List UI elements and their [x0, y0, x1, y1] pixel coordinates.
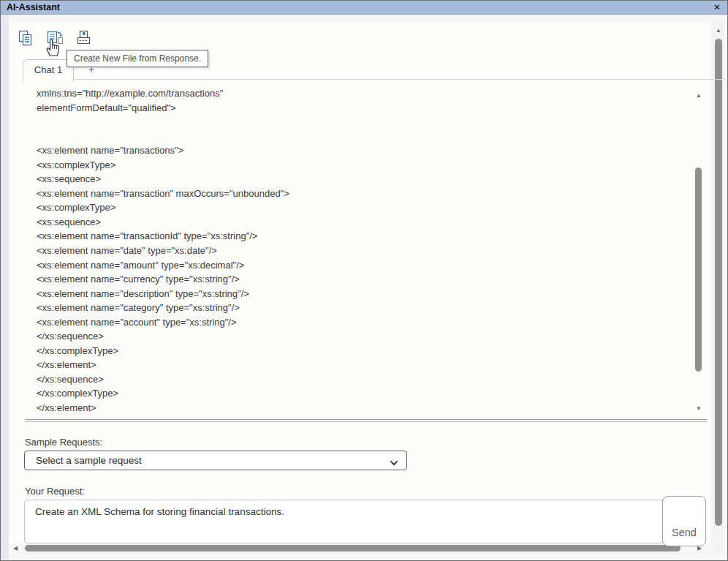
create-new-file-icon[interactable] [46, 29, 65, 48]
code-line: </xs:element> [37, 401, 691, 415]
request-input[interactable]: Create an XML Schema for storing financi… [24, 500, 663, 543]
code-line: <xs:element name="transactions"> [37, 143, 691, 158]
scroll-left-icon[interactable]: ◀ [11, 545, 20, 552]
window-scroll-up-icon[interactable]: ▲ [714, 27, 723, 34]
tooltip: Create New File from Response. [67, 50, 208, 67]
response-scrollbar-thumb[interactable] [695, 167, 702, 372]
code-line [37, 129, 691, 144]
section-divider [25, 419, 707, 422]
code-line: </xs:element> [37, 358, 691, 372]
code-line: elementFormDefault="qualified"> [37, 101, 691, 116]
titlebar[interactable]: AI-Assistant ✕ [1, 1, 727, 15]
chevron-down-icon [389, 456, 399, 474]
send-button[interactable]: Send [662, 496, 706, 546]
code-line: <xs:complexType> [37, 158, 691, 173]
code-line: <xs:sequence> [37, 215, 691, 230]
code-line: <xs:complexType> [37, 200, 691, 215]
left-margin-strip [1, 15, 9, 561]
tab-chat-1-label: Chat 1 [34, 64, 62, 75]
tabstrip-divider [23, 79, 724, 80]
window-scrollbar-thumb[interactable] [715, 39, 722, 526]
sample-request-select[interactable]: Select a sample request [24, 451, 407, 470]
code-line: </xs:sequence> [37, 329, 691, 344]
code-line: <xs:element name="date" type="xs:date"/> [37, 244, 691, 258]
sample-requests-label: Sample Requests: [25, 437, 102, 448]
scroll-up-icon[interactable]: ▲ [694, 92, 703, 99]
code-line: xmlns:tns="http://example.com/transactio… [37, 86, 691, 101]
copy-response-icon[interactable] [17, 29, 36, 48]
code-line: <xs:element name="account" type="xs:stri… [37, 315, 691, 330]
code-line: </xs:sequence> [37, 372, 691, 387]
horizontal-scrollbar-thumb[interactable] [25, 545, 680, 551]
code-line: <xs:sequence> [37, 172, 691, 187]
send-button-label: Send [672, 527, 697, 538]
your-request-label: Your Request: [25, 486, 85, 497]
selected-option-text: Select a sample request [36, 455, 142, 466]
export-response-icon[interactable] [75, 29, 94, 48]
ai-assistant-window: AI-Assistant ✕ Chat 1 + [0, 0, 728, 561]
response-code: xmlns:tns="http://example.com/transactio… [37, 86, 691, 417]
code-line: <xs:element name="amount" type="xs:decim… [37, 258, 691, 273]
scroll-down-icon[interactable]: ▼ [694, 405, 703, 413]
code-line [37, 115, 691, 129]
code-line: <xs:element name="category" type="xs:str… [37, 301, 691, 315]
code-line: </xs:complexType> [37, 344, 691, 358]
code-line: <xs:element name="transactionId" type="x… [37, 229, 691, 244]
code-line: <xs:element name="description" type="xs:… [37, 287, 691, 301]
window-title: AI-Assistant [7, 2, 60, 12]
code-line: <xs:element name="currency" type="xs:str… [37, 272, 691, 287]
close-icon[interactable]: ✕ [711, 1, 723, 13]
code-line: </xs:complexType> [37, 386, 691, 401]
code-line: <xs:element name="transaction" maxOccurs… [37, 187, 691, 201]
